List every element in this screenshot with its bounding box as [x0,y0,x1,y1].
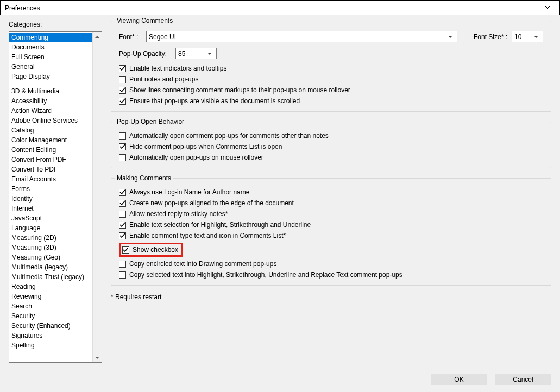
category-item[interactable]: Reviewing [9,292,92,301]
category-item[interactable]: Multimedia (legacy) [9,262,92,272]
category-item[interactable]: Language [9,223,92,233]
making-checkbox[interactable] [119,232,126,239]
category-item[interactable]: Convert From PDF [9,155,92,165]
chevron-down-icon [205,48,214,59]
popup-checkbox-label: Hide comment pop-ups when Comments List … [129,143,282,150]
category-item[interactable]: General [9,62,92,72]
making-checkbox[interactable] [119,211,126,218]
making-checkbox[interactable] [119,189,126,196]
category-item[interactable]: Documents [9,42,92,52]
category-item[interactable]: Measuring (Geo) [9,252,92,262]
making-option: Enable text selection for Highlight, Str… [119,221,543,229]
category-item[interactable]: Signatures [9,331,92,340]
category-item[interactable]: 3D & Multimedia [9,86,92,96]
making-checkbox[interactable] [119,200,126,207]
cancel-button[interactable]: Cancel [495,374,551,385]
category-item[interactable]: Multimedia Trust (legacy) [9,272,92,282]
popup-option: Automatically open pop-ups on mouse roll… [119,154,543,161]
category-item[interactable]: Search [9,301,92,311]
categories-column: Categories: CommentingDocumentsFull Scre… [9,21,102,363]
making-checkbox-label: Show checkbox [133,246,178,254]
fontsize-value: 10 [514,33,532,41]
viewing-checkbox[interactable] [119,98,126,105]
popup-checkbox[interactable] [119,132,126,140]
making-checkbox[interactable] [122,246,129,254]
category-item[interactable]: Internet [9,204,92,213]
settings-column: Viewing Comments Font* : Segoe UI Font S… [111,21,551,363]
category-item[interactable]: Adobe Online Services [9,116,92,125]
group-making-comments: Making Comments Always use Log-in Name f… [111,178,551,286]
category-item[interactable]: Page Display [9,72,92,81]
category-separator [11,84,91,84]
category-item[interactable]: Full Screen [9,52,92,62]
dialog-buttons: OK Cancel [431,374,551,385]
categories-label: Categories: [9,21,102,28]
popup-checkbox-label: Automatically open comment pop-ups for c… [129,132,329,140]
close-button[interactable] [536,1,559,16]
dialog-content: Categories: CommentingDocumentsFull Scre… [0,15,560,392]
making-checkbox-label: Create new pop-ups aligned to the edge o… [129,199,294,207]
group-title-viewing: Viewing Comments [115,17,175,24]
popup-checkbox[interactable] [119,154,126,161]
category-item[interactable]: Measuring (2D) [9,233,92,243]
group-title-making: Making Comments [115,174,173,182]
popup-option: Automatically open comment pop-ups for c… [119,132,543,140]
font-label: Font* : [119,33,142,41]
chevron-down-icon [532,31,540,42]
category-item[interactable]: Convert To PDF [9,165,92,174]
categories-listbox[interactable]: CommentingDocumentsFull ScreenGeneralPag… [9,31,102,363]
scroll-track[interactable] [93,41,102,353]
category-item[interactable]: Forms [9,184,92,194]
group-popup-behavior: Pop-Up Open Behavior Automatically open … [111,122,551,168]
making-option: Allow nested reply to sticky notes* [119,210,543,218]
category-item[interactable]: Spelling [9,340,92,350]
popup-checkbox[interactable] [119,143,126,150]
viewing-option: Enable text indicators and tooltips [119,65,543,72]
category-item[interactable]: Commenting [9,33,92,42]
category-item[interactable]: Email Accounts [9,174,92,184]
scroll-up-button[interactable] [93,32,102,41]
making-checkbox-label: Copy encircled text into Drawing comment… [129,260,276,268]
fontsize-dropdown[interactable]: 10 [512,31,543,42]
category-item[interactable]: Security (Enhanced) [9,321,92,331]
opacity-label: Pop-Up Opacity: [119,50,171,58]
making-checkbox[interactable] [119,222,126,229]
category-item[interactable]: Measuring (3D) [9,243,92,252]
category-item[interactable]: Security [9,311,92,321]
viewing-checkbox-label: Show lines connecting comment markups to… [129,86,350,94]
group-title-popup: Pop-Up Open Behavior [115,118,186,125]
group-viewing-comments: Viewing Comments Font* : Segoe UI Font S… [111,21,551,112]
making-option: Copy selected text into Highlight, Strik… [119,271,543,279]
category-item[interactable]: Color Management [9,135,92,145]
fontsize-label: Font Size* : [474,33,507,41]
chevron-down-icon [446,31,455,42]
making-checkbox-label: Always use Log-in Name for Author name [129,188,249,196]
making-option: Copy encircled text into Drawing comment… [119,260,543,268]
category-item[interactable]: Reading [9,282,92,292]
making-checkbox[interactable] [119,271,126,279]
titlebar: Preferences [1,1,559,16]
viewing-checkbox[interactable] [119,65,126,72]
viewing-option: Show lines connecting comment markups to… [119,86,543,94]
making-checkbox-label: Enable comment type text and icon in Com… [129,232,286,239]
category-item[interactable]: Action Wizard [9,106,92,116]
ok-button[interactable]: OK [431,374,487,385]
making-checkbox-label: Allow nested reply to sticky notes* [129,210,228,218]
category-item[interactable]: Identity [9,194,92,204]
font-dropdown[interactable]: Segoe UI [146,31,457,42]
making-option: Always use Log-in Name for Author name [119,188,543,196]
category-item[interactable]: Catalog [9,125,92,135]
category-item[interactable]: Content Editing [9,145,92,155]
making-checkbox[interactable] [119,261,126,268]
categories-scrollbar[interactable] [92,32,102,362]
window-title: Preferences [5,4,536,12]
popup-checkbox-label: Automatically open pop-ups on mouse roll… [129,154,263,161]
viewing-checkbox[interactable] [119,87,126,94]
opacity-dropdown[interactable]: 85 [175,48,217,59]
category-item[interactable]: Accessibility [9,96,92,106]
close-icon [545,5,550,11]
category-item[interactable]: JavaScript [9,213,92,223]
viewing-checkbox-label: Print notes and pop-ups [129,75,198,83]
scroll-down-button[interactable] [93,353,102,362]
viewing-checkbox[interactable] [119,76,126,83]
